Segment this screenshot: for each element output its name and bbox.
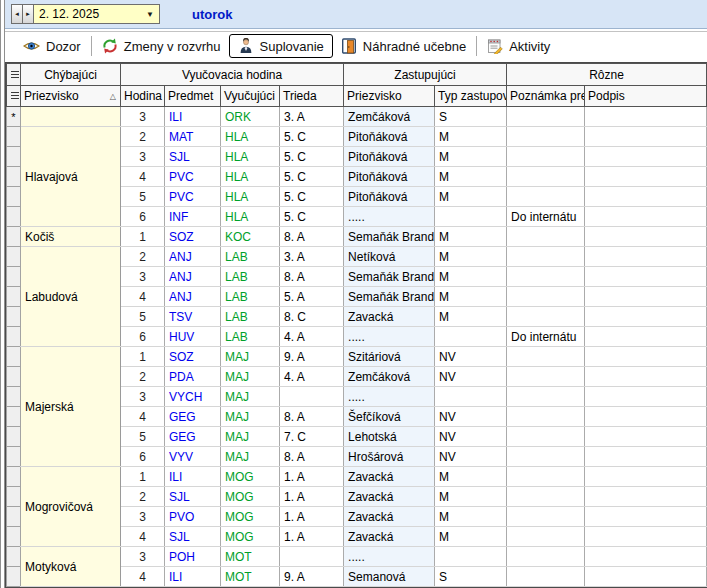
hodina-cell[interactable]: 6 [121, 447, 165, 467]
predmet-cell[interactable]: SOZ [165, 227, 221, 247]
zastupujuci-cell[interactable]: Zavacká [344, 467, 435, 487]
vyucujuci-cell[interactable]: LAB [221, 327, 280, 347]
zastupujuci-cell[interactable]: ..... [344, 327, 435, 347]
predmet-cell[interactable]: PVC [165, 167, 221, 187]
predmet-cell[interactable]: PDA [165, 367, 221, 387]
podpis-cell[interactable] [585, 407, 707, 427]
zastupujuci-cell[interactable]: Šefčíková [344, 407, 435, 427]
date-dropdown-arrow[interactable]: ▼ [146, 10, 154, 19]
missing-teacher-cell[interactable]: Majerská [21, 347, 121, 467]
poznamka-cell[interactable]: Do internátu [507, 207, 585, 227]
trieda-cell[interactable]: 8. A [280, 447, 344, 467]
zastupujuci-cell[interactable]: Zavacká [344, 307, 435, 327]
trieda-cell[interactable]: 1. A [280, 507, 344, 527]
zastupujuci-cell[interactable]: ..... [344, 547, 435, 567]
hodina-cell[interactable]: 1 [121, 227, 165, 247]
hodina-cell[interactable]: 4 [121, 287, 165, 307]
vyucujuci-cell[interactable]: MAJ [221, 367, 280, 387]
trieda-cell[interactable]: 5. C [280, 207, 344, 227]
zastupujuci-cell[interactable]: Netíková [344, 247, 435, 267]
predmet-cell[interactable]: SJL [165, 527, 221, 547]
trieda-cell[interactable]: 8. A [280, 227, 344, 247]
row-selector[interactable] [7, 407, 21, 427]
trieda-cell[interactable]: 1. A [280, 487, 344, 507]
missing-teacher-cell[interactable]: Labudová [21, 247, 121, 347]
typ-cell[interactable]: NV [435, 447, 507, 467]
hodina-cell[interactable]: 2 [121, 247, 165, 267]
predmet-cell[interactable]: SOZ [165, 347, 221, 367]
row-selector[interactable] [7, 487, 21, 507]
predmet-cell[interactable]: VYV [165, 447, 221, 467]
podpis-cell[interactable] [585, 307, 707, 327]
row-selector[interactable] [7, 307, 21, 327]
tab-nahradne-ucebne[interactable]: Náhradné učebne [333, 35, 474, 57]
hodina-cell[interactable]: 5 [121, 187, 165, 207]
typ-cell[interactable]: M [435, 227, 507, 247]
trieda-cell[interactable]: 4. A [280, 367, 344, 387]
predmet-cell[interactable]: PVC [165, 187, 221, 207]
predmet-cell[interactable]: PVO [165, 507, 221, 527]
predmet-cell[interactable]: SJL [165, 147, 221, 167]
vyucujuci-cell[interactable]: MAJ [221, 447, 280, 467]
hodina-cell[interactable]: 3 [121, 507, 165, 527]
poznamka-cell[interactable] [507, 287, 585, 307]
trieda-cell[interactable]: 8. A [280, 267, 344, 287]
hodina-cell[interactable]: 1 [121, 347, 165, 367]
col-header-hodina[interactable]: Hodina [121, 86, 165, 107]
trieda-cell[interactable]: 5. C [280, 187, 344, 207]
col-header-trieda[interactable]: Trieda [280, 86, 344, 107]
podpis-cell[interactable] [585, 267, 707, 287]
trieda-cell[interactable]: 9. A [280, 567, 344, 587]
zastupujuci-cell[interactable]: Zavacká [344, 527, 435, 547]
typ-cell[interactable]: M [435, 247, 507, 267]
date-input[interactable]: 2. 12. 2025 ▼ [33, 4, 160, 24]
row-selector[interactable] [7, 527, 21, 547]
row-selector[interactable] [7, 147, 21, 167]
col-header-poznamka[interactable]: Poznámka pre [507, 86, 585, 107]
tab-aktivity[interactable]: Aktivity [479, 35, 558, 57]
row-selector[interactable] [7, 427, 21, 447]
vyucujuci-cell[interactable]: LAB [221, 287, 280, 307]
typ-cell[interactable]: NV [435, 427, 507, 447]
poznamka-cell[interactable] [507, 187, 585, 207]
predmet-cell[interactable]: GEG [165, 407, 221, 427]
hodina-cell[interactable]: 5 [121, 307, 165, 327]
vyucujuci-cell[interactable]: MAJ [221, 407, 280, 427]
typ-cell[interactable] [435, 207, 507, 227]
hodina-cell[interactable]: 4 [121, 567, 165, 587]
trieda-cell[interactable]: 5. C [280, 147, 344, 167]
trieda-cell[interactable]: 5. C [280, 127, 344, 147]
podpis-cell[interactable] [585, 107, 707, 127]
poznamka-cell[interactable] [507, 567, 585, 587]
podpis-cell[interactable] [585, 147, 707, 167]
poznamka-cell[interactable] [507, 367, 585, 387]
podpis-cell[interactable] [585, 187, 707, 207]
row-selector[interactable] [7, 127, 21, 147]
vyucujuci-cell[interactable]: KOC [221, 227, 280, 247]
podpis-cell[interactable] [585, 367, 707, 387]
col-header-priezvisko-chybajuci[interactable]: Priezvisko △ [21, 86, 121, 107]
hodina-cell[interactable]: 3 [121, 387, 165, 407]
predmet-cell[interactable]: ANJ [165, 267, 221, 287]
vyucujuci-cell[interactable]: MAJ [221, 387, 280, 407]
poznamka-cell[interactable] [507, 487, 585, 507]
podpis-cell[interactable] [585, 247, 707, 267]
hodina-cell[interactable]: 5 [121, 427, 165, 447]
hodina-cell[interactable]: 6 [121, 327, 165, 347]
hodina-cell[interactable]: 3 [121, 547, 165, 567]
row-selector[interactable] [7, 287, 21, 307]
typ-cell[interactable]: M [435, 487, 507, 507]
poznamka-cell[interactable] [507, 387, 585, 407]
typ-cell[interactable]: M [435, 467, 507, 487]
typ-cell[interactable]: NV [435, 347, 507, 367]
row-selector[interactable] [7, 367, 21, 387]
predmet-cell[interactable]: HUV [165, 327, 221, 347]
row-selector[interactable] [7, 507, 21, 527]
poznamka-cell[interactable] [507, 127, 585, 147]
zastupujuci-cell[interactable]: Szitáriová [344, 347, 435, 367]
poznamka-cell[interactable] [507, 467, 585, 487]
vyucujuci-cell[interactable]: ORK [221, 107, 280, 127]
typ-cell[interactable] [435, 327, 507, 347]
podpis-cell[interactable] [585, 467, 707, 487]
poznamka-cell[interactable]: Do internátu [507, 327, 585, 347]
